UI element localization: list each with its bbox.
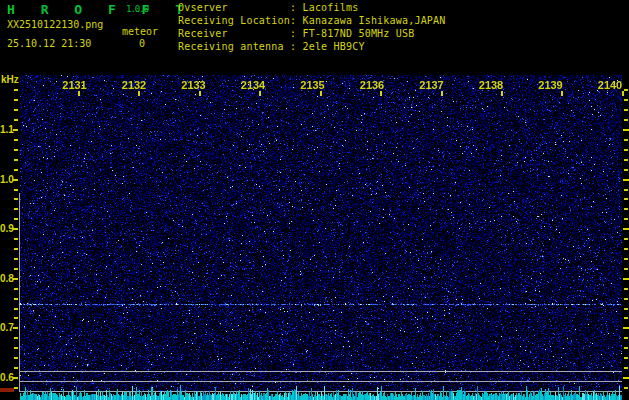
time-label: 2134 [241,79,265,91]
freq-minor-tick [624,218,628,220]
freq-minor-tick [14,139,18,141]
info-separator: : [290,2,302,13]
freq-label: 0.6 [0,372,13,383]
meteor-counter-label: meteor [122,26,158,37]
minute-tick [622,91,624,96]
time-label: 2135 [300,79,324,91]
minute-tick [199,91,201,96]
minute-tick [138,91,140,96]
info-separator: : [290,41,302,52]
freq-minor-tick [14,357,18,359]
freq-minor-tick [624,357,628,359]
freq-minor-tick [624,387,628,389]
meteor-counter-value: 0 [139,38,145,49]
freq-minor-tick [14,337,18,339]
info-value: Kanazawa Ishikawa,JAPAN [302,15,445,26]
info-label: Receiving antenna [178,41,290,52]
freq-major-tick [13,179,18,181]
freq-minor-tick [624,109,628,111]
observation-datetime: 25.10.12 21:30 [7,38,91,49]
freq-minor-tick [14,268,18,270]
info-row-observer: Ovserver: Lacofilms [178,2,358,13]
freq-minor-tick [14,347,18,349]
minute-tick [380,91,382,96]
level-frame-vertical-line [19,193,20,392]
freq-minor-tick [14,198,18,200]
freq-minor-tick [14,208,18,210]
freq-minor-tick [624,248,628,250]
freq-label: 1.0 [0,174,13,185]
freq-minor-tick [624,89,628,91]
freq-minor-tick [624,337,628,339]
freq-minor-tick [624,119,628,121]
time-label: 2132 [122,79,146,91]
info-value: FT-817ND 50MHz USB [302,28,414,39]
freq-major-tick [13,377,18,379]
freq-major-tick [623,327,629,329]
minute-tick [78,91,80,96]
freq-minor-tick [624,99,628,101]
freq-minor-tick [14,317,18,319]
info-label: Ovserver [178,2,290,13]
time-label: 2138 [479,79,503,91]
minute-tick [320,91,322,96]
freq-minor-tick [624,238,628,240]
freq-minor-tick [14,367,18,369]
freq-minor-tick [14,298,18,300]
time-label: 2137 [419,79,443,91]
info-value: 2ele HB9CY [302,41,364,52]
info-label: Receiver [178,28,290,39]
info-separator: : [290,15,302,26]
freq-major-tick [623,129,629,131]
freq-minor-tick [624,347,628,349]
time-label: 2131 [62,79,86,91]
freq-minor-tick [624,189,628,191]
hrofft-output-image: H R O F F T 1.0.0 XX2510122130.png meteo… [0,0,629,400]
freq-minor-tick [624,258,628,260]
freq-minor-tick [624,367,628,369]
time-label: 2133 [181,79,205,91]
freq-major-tick [623,228,629,230]
freq-minor-tick [14,218,18,220]
freq-minor-tick [624,149,628,151]
minute-tick [441,91,443,96]
app-version: 1.0.0 [126,4,148,14]
freq-minor-tick [624,139,628,141]
freq-minor-tick [14,288,18,290]
freq-major-tick [13,278,18,280]
freq-minor-tick [624,169,628,171]
freq-minor-tick [624,288,628,290]
time-label: 2140 [598,79,622,91]
freq-major-tick [623,179,629,181]
minute-tick [259,91,261,96]
info-value: Lacofilms [302,2,358,13]
freq-minor-tick [14,387,18,389]
minute-tick [501,91,503,96]
freq-label: 0.9 [0,223,13,234]
info-row-location: Receiving Location: Kanazawa Ishikawa,JA… [178,15,446,26]
freq-minor-tick [624,159,628,161]
info-label: Receiving Location [178,15,290,26]
freq-minor-tick [14,149,18,151]
freq-major-tick [623,377,629,379]
info-separator: : [290,28,302,39]
minute-tick [561,91,563,96]
freq-minor-tick [624,298,628,300]
output-filename: XX2510122130.png [7,19,103,30]
freq-minor-tick [14,119,18,121]
freq-minor-tick [624,268,628,270]
freq-minor-tick [14,89,18,91]
time-label: 2139 [538,79,562,91]
freq-minor-tick [14,189,18,191]
freq-minor-tick [14,238,18,240]
freq-minor-tick [14,248,18,250]
app-title: H R O F F T [7,2,192,17]
y-axis-unit-label: kHz [1,74,19,85]
freq-major-tick [13,228,18,230]
freq-minor-tick [14,109,18,111]
info-row-receiver: Receiver: FT-817ND 50MHz USB [178,28,414,39]
freq-label: 0.7 [0,322,13,333]
freq-label: 1.1 [0,124,13,135]
freq-minor-tick [624,198,628,200]
freq-minor-tick [14,99,18,101]
